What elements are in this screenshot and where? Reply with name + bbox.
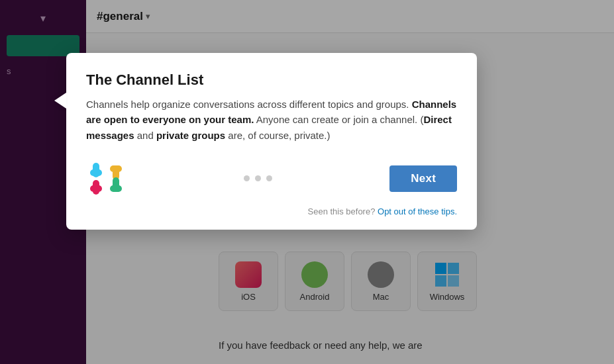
next-button[interactable]: Next — [389, 165, 457, 192]
svg-rect-9 — [90, 185, 102, 192]
dot-2 — [255, 175, 261, 181]
body-text-1: Channels help organize conversations acr… — [86, 99, 412, 110]
dot-3 — [266, 175, 272, 181]
opt-out-link[interactable]: Opt out of these tips. — [378, 206, 457, 216]
popover-title: The Channel List — [86, 71, 457, 89]
body-text-4: are, of course, private.) — [225, 130, 330, 141]
opt-out-prefix: Seen this before? — [308, 206, 376, 216]
slack-logo-icon — [86, 159, 126, 199]
body-text-bold3: private groups — [156, 130, 225, 141]
body-text-3: and — [134, 130, 156, 141]
svg-rect-5 — [90, 169, 102, 176]
opt-out-line: Seen this before? Opt out of these tips. — [86, 206, 457, 216]
popover-body: Channels help organize conversations acr… — [86, 97, 457, 143]
channel-list-popover: The Channel List Channels help organize … — [66, 53, 477, 230]
dot-1 — [244, 175, 250, 181]
body-text-2: Anyone can create or join a channel. ( — [254, 114, 423, 125]
popover-footer: Next — [86, 159, 457, 199]
svg-rect-11 — [110, 185, 122, 192]
svg-rect-7 — [110, 165, 122, 172]
pagination-dots — [244, 175, 272, 181]
